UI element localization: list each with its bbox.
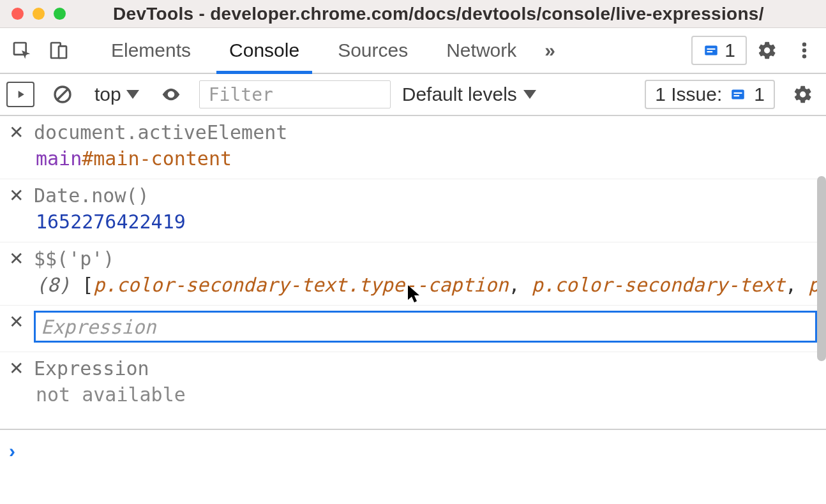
tab-console[interactable]: Console (210, 28, 319, 73)
issues-count-text: 1 (725, 40, 735, 61)
expression-text[interactable]: Date.now() (34, 184, 149, 207)
issues-counter[interactable]: 1 (691, 36, 747, 65)
array-item: p (808, 274, 817, 296)
context-selector[interactable]: top (91, 82, 143, 107)
tabs-overflow-button[interactable]: » (536, 28, 564, 73)
close-icon[interactable]: ✕ (9, 313, 24, 331)
issues-link-label: 1 Issue: (655, 84, 722, 105)
tab-network[interactable]: Network (427, 28, 536, 73)
inspect-icon[interactable] (5, 34, 38, 67)
expression-text[interactable]: $$('p') (34, 248, 114, 270)
log-levels-selector[interactable]: Default levels (402, 84, 536, 105)
result-token: #main-content (82, 147, 232, 170)
expression-input[interactable] (34, 311, 817, 343)
console-toolbar: top Default levels 1 Issue: 1 (0, 74, 826, 116)
live-expression: ✕ Expression not available (0, 352, 826, 415)
live-expression: ✕ document.activeElement main#main-conte… (0, 116, 826, 179)
array-length: (8) (36, 274, 70, 296)
context-label: top (94, 84, 121, 105)
close-icon[interactable]: ✕ (9, 124, 24, 142)
main-tabstrip: Elements Console Sources Network » 1 (0, 28, 826, 74)
svg-rect-13 (734, 93, 742, 94)
issues-link-count: 1 (754, 84, 765, 105)
svg-line-10 (57, 89, 68, 100)
result-token: 1652276422419 (36, 211, 186, 233)
window-zoom-button[interactable] (54, 8, 66, 20)
issue-chip-icon (730, 86, 746, 103)
close-icon[interactable]: ✕ (9, 250, 24, 268)
window-titlebar: DevTools - developer.chrome.com/docs/dev… (0, 0, 826, 28)
filter-input[interactable] (199, 80, 391, 108)
expression-text[interactable]: Expression (34, 357, 149, 380)
svg-rect-5 (707, 51, 713, 52)
log-levels-label: Default levels (402, 84, 517, 105)
close-icon[interactable]: ✕ (9, 187, 24, 205)
device-toggle-icon[interactable] (42, 34, 75, 67)
live-expression: ✕ $$('p') (8) [p.color-secondary-text.ty… (0, 242, 826, 306)
prompt-caret-icon: › (9, 440, 15, 462)
window-title: DevTools - developer.chrome.com/docs/dev… (113, 4, 815, 24)
clear-icon[interactable] (46, 78, 79, 111)
svg-point-8 (802, 54, 806, 58)
kebab-icon[interactable] (788, 34, 821, 67)
svg-rect-3 (705, 45, 718, 55)
expression-result[interactable]: 1652276422419 (36, 211, 817, 233)
issues-link[interactable]: 1 Issue: 1 (645, 80, 775, 109)
svg-point-6 (802, 42, 806, 46)
array-item: p.color-secondary-text (532, 274, 785, 296)
live-expressions-area: ✕ document.activeElement main#main-conte… (0, 116, 826, 429)
svg-point-7 (802, 48, 806, 52)
expression-result[interactable]: (8) [p.color-secondary-text.type--captio… (36, 274, 817, 296)
close-icon[interactable]: ✕ (9, 360, 24, 378)
tab-sources[interactable]: Sources (319, 28, 427, 73)
live-expression: ✕ (0, 306, 826, 352)
svg-rect-4 (707, 48, 716, 50)
chevron-down-icon (126, 90, 139, 99)
play-icon[interactable] (6, 82, 34, 107)
expression-result: not available (36, 383, 817, 406)
gear-icon[interactable] (786, 78, 820, 111)
eye-icon[interactable] (154, 78, 188, 111)
window-close-button[interactable] (11, 8, 24, 20)
svg-point-11 (169, 93, 172, 96)
traffic-lights (11, 8, 66, 20)
expression-text[interactable]: document.activeElement (34, 121, 287, 144)
svg-rect-2 (59, 46, 66, 58)
window-minimize-button[interactable] (33, 8, 45, 20)
console-prompt[interactable]: › (0, 429, 826, 498)
array-item: p.color-secondary-text.type--caption (93, 274, 508, 296)
issue-chip-icon (703, 42, 719, 59)
gear-icon[interactable] (751, 34, 784, 67)
chevron-down-icon (523, 90, 536, 99)
panel-tabs: Elements Console Sources Network » (92, 28, 564, 73)
tab-elements[interactable]: Elements (92, 28, 210, 73)
result-token: main (36, 147, 82, 170)
svg-rect-12 (732, 89, 745, 99)
svg-rect-14 (734, 95, 740, 96)
expression-result[interactable]: main#main-content (36, 147, 817, 170)
live-expression: ✕ Date.now() 1652276422419 (0, 179, 826, 242)
